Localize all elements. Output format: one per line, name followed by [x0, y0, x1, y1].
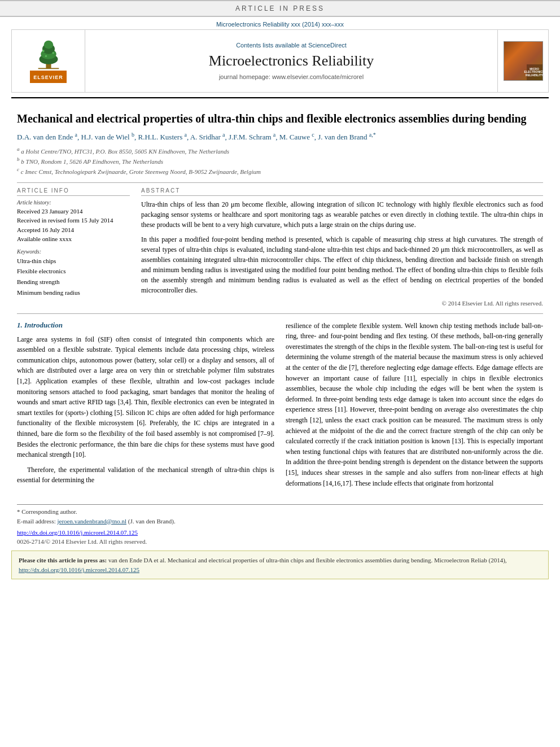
science-direct-link[interactable]: ScienceDirect [308, 42, 347, 49]
journal-ref-line: Microelectronics Reliability xxx (2014) … [0, 19, 560, 29]
received-date: Received 23 January 2014 [17, 207, 130, 216]
footnote-area: * Corresponding author. E-mail address: … [0, 499, 560, 528]
affiliation-c: c c Imec Cmst, Technologiepark Zwijnaard… [17, 166, 543, 176]
article-in-press-banner: ARTICLE IN PRESS [0, 0, 560, 17]
email-note: E-mail address: jeroen.vandenbrand@tno.n… [17, 517, 543, 526]
intro-right-text: resilience of the complete flexible syst… [286, 321, 543, 489]
journal-thumb-label: MICROELECTRONICSRELIABILITY [524, 68, 545, 77]
available-online: Available online xxxx [17, 234, 130, 244]
intro-left-col: 1. Introduction Large area systems in fo… [17, 321, 274, 493]
svg-point-8 [45, 55, 47, 57]
intro-right-col: resilience of the complete flexible syst… [286, 321, 543, 493]
citation-box: Please cite this article in press as: va… [11, 551, 549, 579]
email-link[interactable]: jeroen.vandenbrand@tno.nl [57, 518, 126, 525]
article-history-group: Article history: Received 23 January 201… [17, 199, 130, 244]
introduction-section: 1. Introduction Large area systems in fo… [17, 321, 543, 493]
keyword-3: Bending strength [17, 277, 130, 287]
elsevier-logo: ELSEVIER [29, 40, 68, 83]
journal-homepage: journal homepage: www.elsevier.com/locat… [219, 73, 364, 80]
abstract-text: Ultra-thin chips of less than 20 μm beco… [141, 199, 543, 295]
abstract-col: ABSTRACT Ultra-thin chips of less than 2… [141, 187, 543, 307]
affiliation-a: a a Holst Centre/TNO, HTC31, P.O. Box 85… [17, 146, 543, 156]
authors-line: D.A. van den Ende a, H.J. van de Wiel b,… [17, 130, 543, 143]
article-content: Mechanical and electrical properties of … [0, 99, 560, 499]
section-divider-top [17, 182, 543, 183]
accepted-date: Accepted 16 July 2014 [17, 225, 130, 235]
article-title: Mechanical and electrical properties of … [17, 111, 543, 126]
intro-heading: 1. Introduction [17, 321, 274, 330]
journal-ref-link[interactable]: Microelectronics Reliability xxx (2014) … [216, 21, 344, 28]
svg-rect-1 [38, 68, 59, 69]
svg-point-6 [42, 50, 45, 52]
journal-thumbnail-area: MICROELECTRONICSRELIABILITY [497, 30, 548, 92]
doi-line: http://dx.doi.org/10.1016/j.microrel.201… [0, 528, 560, 537]
citation-doi-link[interactable]: http://dx.doi.org/10.1016/j.microrel.201… [19, 566, 139, 573]
article-info-heading: ARTICLE INFO [17, 187, 130, 196]
elsevier-brand-text: ELSEVIER [33, 75, 63, 80]
footnote-divider: * Corresponding author. E-mail address: … [17, 504, 543, 526]
journal-thumbnail: MICROELECTRONICSRELIABILITY [504, 41, 543, 81]
journal-thumb-inner: MICROELECTRONICSRELIABILITY [527, 64, 542, 80]
corresponding-note: * Corresponding author. [17, 507, 543, 517]
affiliation-b: b b TNO, Rondom 1, 5626 AP Eindhoven, Th… [17, 156, 543, 166]
keyword-2: Flexible electronics [17, 266, 130, 277]
intro-para-2: Therefore, the experimental validation o… [17, 465, 274, 486]
intro-para-1: Large area systems in foil (SIF) often c… [17, 334, 274, 460]
elsevier-brand-box: ELSEVIER [30, 71, 67, 83]
keywords-group: Keywords: Ultra-thin chips Flexible elec… [17, 248, 130, 298]
journal-title: Microelectronics Reliability [209, 52, 374, 69]
revised-date: Received in revised form 15 July 2014 [17, 216, 130, 225]
svg-point-7 [52, 52, 54, 54]
keyword-4: Minimum bending radius [17, 287, 130, 298]
journal-header: ELSEVIER Contents lists available at Sci… [11, 29, 549, 93]
abstract-para-1: Ultra-thin chips of less than 20 μm beco… [141, 199, 543, 230]
abstract-copyright: © 2014 Elsevier Ltd. All rights reserved… [141, 300, 543, 307]
abstract-heading: ABSTRACT [141, 187, 543, 196]
svg-point-5 [43, 40, 53, 49]
affiliations: a a Holst Centre/TNO, HTC31, P.O. Box 85… [17, 146, 543, 176]
abstract-body-divider [17, 313, 543, 314]
history-label: Article history: [17, 199, 130, 206]
contents-available-line: Contents lists available at ScienceDirec… [236, 42, 347, 49]
citation-text: Please cite this article in press as: va… [19, 557, 507, 573]
doi-link[interactable]: http://dx.doi.org/10.1016/j.microrel.201… [17, 529, 138, 536]
abstract-para-2: In this paper a modified four-point bend… [141, 234, 543, 295]
journal-header-center: Contents lists available at ScienceDirec… [85, 30, 497, 92]
keyword-1: Ultra-thin chips [17, 256, 130, 267]
intro-right-para-1: resilience of the complete flexible syst… [286, 321, 543, 489]
keywords-list: Ultra-thin chips Flexible electronics Be… [17, 256, 130, 298]
elsevier-tree-icon [29, 40, 68, 71]
info-abstract-row: ARTICLE INFO Article history: Received 2… [17, 187, 543, 307]
intro-left-text: Large area systems in foil (SIF) often c… [17, 334, 274, 486]
keywords-label: Keywords: [17, 248, 130, 255]
article-info-col: ARTICLE INFO Article history: Received 2… [17, 187, 130, 307]
elsevier-logo-area: ELSEVIER [12, 30, 85, 92]
copyright-footer: 0026-2714/© 2014 Elsevier Ltd. All right… [0, 537, 560, 546]
